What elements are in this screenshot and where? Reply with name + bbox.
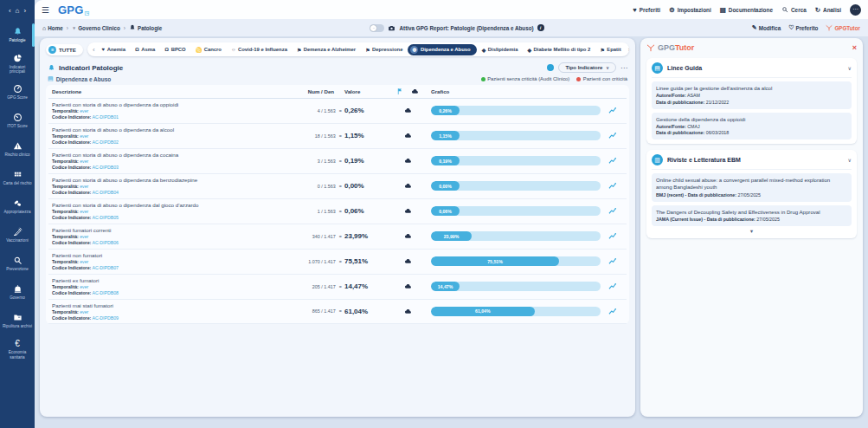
gpgtutor-brand: GPGTutor: [658, 43, 694, 52]
cloud-icon[interactable]: [404, 308, 412, 315]
cloud-icon[interactable]: [404, 207, 412, 215]
brand-orange: Tutor: [675, 43, 694, 52]
indicator-row[interactable]: Pazienti con storia di abuso o dipendenz…: [48, 99, 627, 124]
more-options-button[interactable]: ⋯: [850, 4, 861, 16]
sidebar-item-prevenzione[interactable]: Prevenzione: [0, 250, 35, 278]
analysis-button[interactable]: ↻ Analisi: [815, 6, 841, 14]
sidebar-label: Ripulitura archivi: [3, 324, 32, 328]
trend-chart-icon[interactable]: [608, 256, 618, 266]
favorites-button[interactable]: ♥ Preferiti: [633, 6, 660, 14]
tabs-scroll-right-icon[interactable]: ›: [627, 46, 629, 54]
trend-chart-icon[interactable]: [608, 181, 618, 191]
report-toggle[interactable]: −: [370, 24, 384, 32]
nav-back-icon[interactable]: ‹: [9, 7, 11, 15]
trend-chart-icon[interactable]: [608, 206, 618, 216]
sidebar-item-ripulitura-archivi[interactable]: Ripulitura archivi: [0, 307, 35, 335]
breadcrumb-governo-clinico[interactable]: ♆ Governo Clinico: [72, 25, 120, 31]
trend-chart-icon[interactable]: [608, 131, 618, 140]
gauge-icon: [13, 84, 23, 94]
tab-demenza[interactable]: ⚑Demenza e Alzheimer: [293, 45, 360, 55]
settings-button[interactable]: ⚙ Impostazioni: [669, 6, 711, 14]
indicator-row[interactable]: Pazienti con storia di abuso o dipendenz…: [48, 174, 627, 199]
sidebar-item-carta-del-rischio[interactable]: Carta del rischio: [0, 164, 35, 192]
close-icon[interactable]: ×: [852, 43, 857, 52]
ebm-card-header[interactable]: ▥ Riviste e Letteratura EBM ∨: [652, 154, 852, 170]
ebm-card: ▥ Riviste e Letteratura EBM ∨ Online chi…: [646, 150, 857, 238]
indicator-row[interactable]: Pazienti non fumatori Temporalità: ever …: [48, 250, 627, 275]
info-icon[interactable]: i: [547, 64, 554, 71]
tab-depressione[interactable]: ⚑Depressione: [361, 45, 407, 55]
tab-dipendenza-e-abuso[interactable]: ◍Dipendenza e Abuso: [408, 44, 476, 55]
cloud-icon[interactable]: [404, 257, 412, 265]
trend-chart-icon[interactable]: [608, 231, 618, 241]
indicator-description: Pazienti non fumatori Temporalità: ever …: [52, 252, 258, 271]
indicator-temporality: Temporalità: ever: [52, 133, 258, 139]
sidebar-item-indicatori-principali[interactable]: Indicatori principali: [0, 49, 35, 78]
trend-chart-icon[interactable]: [608, 307, 618, 316]
breadcrumb-patologie[interactable]: Patologie: [129, 24, 162, 31]
show-more-arrow[interactable]: ▼: [652, 229, 852, 234]
cloud-icon[interactable]: [404, 282, 412, 290]
indicator-temporality: Temporalità: ever: [52, 159, 258, 165]
progress-bar-track: 0,19%: [431, 156, 601, 165]
indicator-icons: [386, 132, 429, 139]
indicator-row[interactable]: Pazienti con storia di abuso o dipendenz…: [48, 149, 627, 174]
sidebar-item-itot-score[interactable]: ITOT Score: [0, 107, 35, 135]
ebm-item[interactable]: Online child sexual abuse: a convergent …: [652, 173, 852, 201]
indicator-bar-cell: 23,99%: [429, 231, 602, 241]
sidebar-item-economia-sanitaria[interactable]: € Economia sanitaria: [0, 335, 35, 364]
sidebar-item-governo[interactable]: Governo: [0, 278, 35, 307]
sidebar-item-gpg-score[interactable]: GPG Score: [0, 78, 35, 107]
nav-home-icon[interactable]: ⌂: [16, 7, 20, 15]
sidebar-item-appropriatezza[interactable]: Appropriatezza: [0, 192, 35, 221]
report-toggle-group: − Attiva GPG Report: Patologie (Dipenden…: [370, 24, 543, 32]
tab-asma[interactable]: ΩAsma: [131, 45, 159, 54]
guideline-item[interactable]: Gestione della dipendenza da oppioidi Au…: [652, 113, 852, 140]
sidebar-label: Vaccinazioni: [6, 238, 28, 243]
indicator-row[interactable]: Pazienti con storia di abuso o dipendenz…: [48, 124, 627, 149]
gpgtutor-button[interactable]: GPGTutor: [826, 24, 860, 31]
temporality-value: ever: [80, 209, 88, 214]
favorite-button[interactable]: ♡ Preferito: [788, 24, 818, 31]
indicator-type-dropdown[interactable]: Tipo Indicatore ∨: [558, 62, 616, 73]
tabs-scroll-left-icon[interactable]: ‹: [91, 46, 97, 54]
search-button[interactable]: Cerca: [781, 6, 807, 13]
sidebar-item-patologie[interactable]: Patologie: [0, 21, 35, 49]
cloud-icon[interactable]: [404, 232, 412, 240]
indicator-row[interactable]: Pazienti con storia di abuso o dipendenz…: [48, 199, 627, 224]
breadcrumb-home[interactable]: ⌂ Home: [42, 25, 63, 31]
hamburger-menu-icon[interactable]: ☰: [42, 5, 49, 15]
guideline-item[interactable]: Linee guida per la gestione dell'astinen…: [652, 81, 852, 109]
nav-forward-icon[interactable]: ›: [23, 7, 26, 15]
tab-cancro[interactable]: ♋Cancro: [191, 45, 226, 55]
trend-chart-icon[interactable]: [608, 156, 618, 165]
info-icon[interactable]: i: [537, 24, 544, 31]
trend-chart-icon[interactable]: [608, 282, 618, 291]
tab-covid[interactable]: ☼Covid-19 e Influenza: [227, 45, 292, 54]
cloud-column-icon: [411, 88, 419, 95]
tab-dislipidemia[interactable]: ◆Dislipidemia: [478, 45, 523, 55]
tab-epatite[interactable]: ⚑Epatit: [595, 45, 625, 55]
indicator-row[interactable]: Pazienti mai stati fumatori Temporalità:…: [48, 300, 627, 325]
indicator-row[interactable]: Pazienti ex fumatori Temporalità: ever C…: [48, 275, 627, 300]
sidebar-item-vaccinazioni[interactable]: Vaccinazioni: [0, 221, 35, 250]
cloud-icon[interactable]: [404, 182, 412, 190]
tab-anemia[interactable]: ♥Anemia: [98, 45, 130, 54]
guidelines-card-header[interactable]: ▤ Linee Guida ∨: [652, 62, 852, 78]
edit-button[interactable]: ✎ Modifica: [752, 24, 781, 31]
trend-chart-icon[interactable]: [608, 106, 618, 115]
cloud-icon[interactable]: [404, 157, 412, 165]
tab-diabete[interactable]: ◆Diabete Mellito di tipo 2: [523, 45, 595, 55]
cloud-icon[interactable]: [404, 132, 412, 139]
section-menu-icon[interactable]: ⋯: [620, 64, 627, 72]
cloud-icon[interactable]: [404, 107, 412, 114]
tab-bpco[interactable]: ΩBPCO: [160, 45, 190, 54]
indicator-row[interactable]: Pazienti fumatori correnti Temporalità: …: [48, 224, 627, 250]
tab-tutte[interactable]: ≡ TUTTE: [46, 44, 83, 55]
sidebar-item-rischio-clinico[interactable]: Rischio clinico: [0, 135, 35, 164]
legend-no-criticality: Pazienti senza criticità (Audit Clinico): [481, 76, 570, 81]
ebm-item[interactable]: The Dangers of Decoupling Safety and Eff…: [652, 205, 852, 227]
guidelines-card: ▤ Linee Guida ∨ Linee guida per la gesti…: [646, 58, 857, 144]
documentation-button[interactable]: ▤ Documentazione: [720, 6, 773, 14]
sidebar-label: Patologie: [9, 38, 25, 42]
